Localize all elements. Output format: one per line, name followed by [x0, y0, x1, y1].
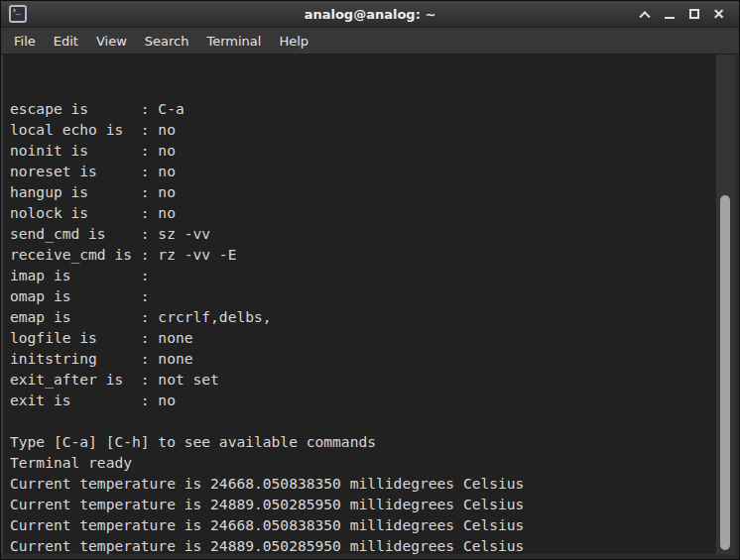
terminal-line: initstring : none [10, 348, 716, 369]
terminal-line: logfile is : none [10, 327, 716, 348]
terminal-line [10, 410, 716, 431]
minimize-icon [665, 17, 675, 19]
window-frame-bottom [1, 554, 739, 559]
terminal-line: Type [C-a] [C-h] to see available comman… [10, 431, 716, 452]
maximize-button[interactable] [681, 1, 706, 27]
close-icon: ✕ [713, 7, 725, 21]
scrollbar-track[interactable] [716, 55, 735, 554]
terminal-line: noreset is : no [10, 161, 716, 181]
rollup-button[interactable] [632, 1, 657, 27]
terminal-line: hangup is : no [10, 181, 716, 202]
scrollbar-thumb[interactable] [720, 195, 730, 550]
terminal-line: omap is : [10, 285, 716, 306]
terminal-line: escape is : C-a [10, 98, 716, 119]
terminal-line: imap is : [10, 265, 716, 285]
terminal-line: Current temperature is 24668.050838350 m… [10, 473, 716, 494]
terminal-line: local echo is : no [10, 119, 716, 140]
menu-help[interactable]: Help [270, 28, 317, 54]
close-button[interactable]: ✕ [706, 1, 731, 27]
menu-search[interactable]: Search [136, 28, 198, 54]
window-frame-right [735, 55, 739, 554]
terminal-screen[interactable]: escape is : C-alocal echo is : nonoinit … [3, 55, 716, 554]
terminal-line: noinit is : no [10, 140, 716, 161]
menu-bar: File Edit View Search Terminal Help [1, 28, 739, 55]
chevron-up-icon [639, 11, 650, 22]
window-controls: ✕ [632, 1, 731, 27]
terminal-area: escape is : C-alocal echo is : nonoinit … [1, 55, 739, 554]
minimize-button[interactable] [657, 1, 681, 27]
terminal-line: exit_after is : not set [10, 369, 716, 390]
menu-terminal[interactable]: Terminal [197, 28, 270, 54]
terminal-line: nolock is : no [10, 202, 716, 223]
title-bar[interactable]: ›_ analog@analog: ~ ✕ [1, 1, 739, 28]
terminal-line: emap is : crcrlf,delbs, [10, 306, 716, 327]
terminal-window: ›_ analog@analog: ~ ✕ File Edit View Sea… [0, 0, 740, 560]
terminal-icon: ›_ [9, 5, 27, 23]
menu-file[interactable]: File [5, 28, 45, 54]
terminal-line: receive_cmd is : rz -vv -E [10, 244, 716, 265]
window-title: analog@analog: ~ [1, 7, 739, 22]
terminal-line: Current temperature is 24889.050285950 m… [10, 535, 716, 554]
terminal-line: Terminal ready [10, 452, 716, 473]
terminal-line: exit is : no [10, 390, 716, 410]
terminal-output: escape is : C-alocal echo is : nonoinit … [10, 98, 716, 554]
terminal-line: send_cmd is : sz -vv [10, 223, 716, 244]
prompt-glyph: ›_ [12, 7, 20, 15]
menu-edit[interactable]: Edit [45, 28, 87, 54]
terminal-line: Current temperature is 24668.050838350 m… [10, 514, 716, 535]
menu-view[interactable]: View [87, 28, 136, 54]
maximize-icon [689, 9, 699, 19]
terminal-line: Current temperature is 24889.050285950 m… [10, 494, 716, 514]
